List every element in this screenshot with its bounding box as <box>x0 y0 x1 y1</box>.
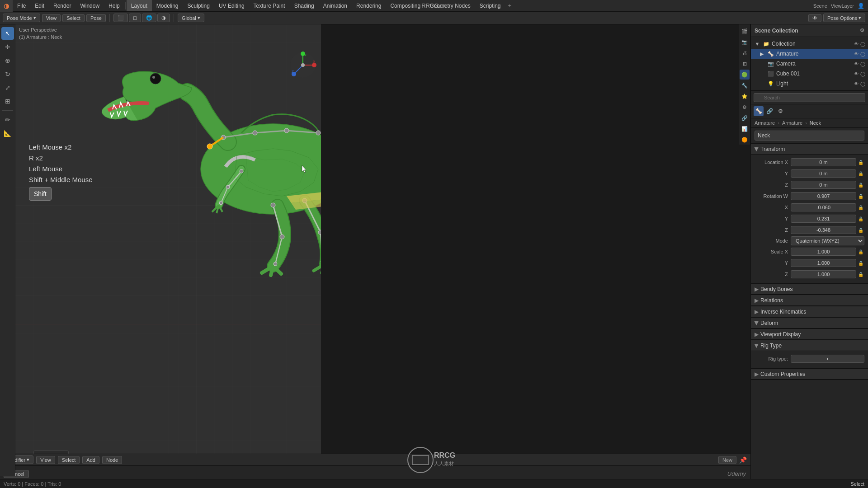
workspace-tab-sculpting[interactable]: Sculpting <box>183 0 214 11</box>
location-y-lock[interactable]: 🔒 <box>857 170 864 177</box>
workspace-tab-scripting[interactable]: Scripting <box>475 0 505 11</box>
viewport-display-header[interactable]: ▶ Viewport Display <box>751 329 868 340</box>
workspace-tab-uv[interactable]: UV Editing <box>214 0 249 11</box>
collection-eye[interactable]: 👁 <box>854 42 859 47</box>
prop-material-icon[interactable]: 🟠 <box>740 135 750 145</box>
deform-header[interactable]: ▶ Deform <box>751 318 868 328</box>
select-menu[interactable]: Select <box>62 14 85 22</box>
prop-particle-icon[interactable]: ⭐ <box>740 91 750 101</box>
rotation-y-value[interactable]: 0.231 <box>791 215 856 223</box>
outliner-light[interactable]: ▶ 💡 Light 👁 ◯ <box>751 79 868 89</box>
workspace-tab-modeling[interactable]: Modeling <box>152 0 183 11</box>
prop-object-icon[interactable]: 🟢 <box>740 70 750 80</box>
custom-props-header[interactable]: ▶ Custom Properties <box>751 369 868 380</box>
tool-scale[interactable]: ⤢ <box>1 81 14 94</box>
rig-type-value[interactable]: • <box>791 355 864 363</box>
view-menu[interactable]: View <box>42 14 61 22</box>
outliner-camera[interactable]: ▶ 📷 Camera 👁 ◯ <box>751 59 868 69</box>
timeline-view-btn[interactable]: View <box>36 456 55 464</box>
workspace-tab-rendering[interactable]: Rendering <box>352 0 386 11</box>
breadcrumb-armature-1[interactable]: Armature <box>755 120 775 126</box>
bendy-bones-header[interactable]: ▶ Bendy Bones <box>751 284 868 295</box>
workspace-tab-animation[interactable]: Animation <box>319 0 352 11</box>
tool-rotate[interactable]: ↻ <box>1 68 14 80</box>
location-y-value[interactable]: 0 m <box>791 169 856 178</box>
outliner-armature[interactable]: ▶ 🦴 Armature 👁 ◯ <box>751 49 868 59</box>
tool-move[interactable]: ⊕ <box>1 54 14 67</box>
menu-edit[interactable]: Edit <box>30 0 49 11</box>
workspace-tab-layout[interactable]: Layout <box>127 0 152 11</box>
collection-hide[interactable]: ◯ <box>860 42 865 47</box>
pose-options-btn[interactable]: Pose Options ▾ <box>823 14 865 22</box>
menu-help[interactable]: Help <box>104 0 124 11</box>
tool-annotate[interactable]: ✏ <box>1 113 14 126</box>
workspace-tab-texture[interactable]: Texture Paint <box>249 0 290 11</box>
tool-select[interactable]: ↖ <box>1 27 14 40</box>
breadcrumb-neck[interactable]: Neck <box>810 120 821 126</box>
global-selector[interactable]: Global ▾ <box>178 14 204 22</box>
pin-icon[interactable]: 📌 <box>739 456 747 464</box>
prop-output-icon[interactable]: 🖨 <box>740 48 750 58</box>
scale-z-lock[interactable]: 🔒 <box>857 271 864 278</box>
pose-menu[interactable]: Pose <box>86 14 106 22</box>
timeline-add-btn[interactable]: Add <box>82 456 99 464</box>
location-z-lock[interactable]: 🔒 <box>857 181 864 188</box>
filter-icon[interactable]: ⚙ <box>860 28 864 33</box>
tool-transform[interactable]: ⊞ <box>1 95 14 108</box>
scale-y-lock[interactable]: 🔒 <box>857 259 864 267</box>
prop-constraint-tab[interactable]: 🔗 <box>764 106 774 116</box>
breadcrumb-armature-2[interactable]: Armature <box>782 120 802 126</box>
timeline-node-btn[interactable]: Node <box>102 456 122 464</box>
scale-z-value[interactable]: 1.000 <box>791 270 856 278</box>
camera-eye[interactable]: 👁 <box>854 61 859 66</box>
relations-header[interactable]: ▶ Relations <box>751 295 868 306</box>
ik-header[interactable]: ▶ Inverse Kinematics <box>751 306 868 317</box>
prop-render-icon[interactable]: 📷 <box>740 37 750 47</box>
prop-data-icon[interactable]: 📊 <box>740 124 750 134</box>
prop-physics-icon[interactable]: ⚙ <box>740 102 750 112</box>
new-btn[interactable]: New <box>718 456 736 464</box>
viewport-shading-mat[interactable]: ◑ <box>157 14 170 22</box>
3d-viewport[interactable]: User Perspective (1) Armature : Neck <box>15 24 321 465</box>
rig-type-header[interactable]: ▶ Rig Type <box>751 340 868 351</box>
prop-scene-icon[interactable]: 🎬 <box>740 26 750 36</box>
prop-driver-tab[interactable]: ⚙ <box>775 106 785 116</box>
rotation-z-lock[interactable]: 🔒 <box>857 226 864 234</box>
workspace-tab-compositing[interactable]: Compositing <box>386 0 425 11</box>
light-hide[interactable]: ◯ <box>860 81 865 86</box>
bone-name-input[interactable]: Neck <box>755 131 864 141</box>
rotation-mode-select[interactable]: Quaternion (WXYZ) Euler XYZ Euler XZY Eu… <box>791 236 864 245</box>
rotation-w-lock[interactable]: 🔒 <box>857 192 864 200</box>
cube-eye[interactable]: 👁 <box>854 71 859 76</box>
cube-hide[interactable]: ◯ <box>860 71 865 76</box>
workspace-tab-shading[interactable]: Shading <box>290 0 319 11</box>
viewport-shading-rendered[interactable]: 🌐 <box>142 14 156 22</box>
prop-constraint-icon[interactable]: 🔗 <box>740 113 750 123</box>
rotation-w-value[interactable]: 0.907 <box>791 192 856 200</box>
menu-file[interactable]: File <box>13 0 30 11</box>
scale-x-value[interactable]: 1.000 <box>791 248 856 256</box>
viewport-shading-solid[interactable]: ⬛ <box>113 14 128 22</box>
armature-eye[interactable]: 👁 <box>854 52 859 56</box>
scale-y-value[interactable]: 1.000 <box>791 259 856 267</box>
viewport-shading-wire[interactable]: ◻ <box>129 14 141 22</box>
location-x-value[interactable]: 0 m <box>791 158 856 166</box>
timeline-select-btn[interactable]: Select <box>58 456 80 464</box>
prop-view-icon[interactable]: ⊞ <box>740 59 750 69</box>
search-input[interactable] <box>754 93 865 102</box>
rotation-y-lock[interactable]: 🔒 <box>857 215 864 222</box>
prop-bone-icon[interactable]: 🦴 <box>754 106 764 116</box>
outliner-collection[interactable]: ▼ 📁 Collection 👁 ◯ <box>751 39 868 49</box>
camera-hide[interactable]: ◯ <box>860 61 865 66</box>
menu-window[interactable]: Window <box>75 0 104 11</box>
location-z-value[interactable]: 0 m <box>791 181 856 189</box>
outliner-cube[interactable]: ▶ ⬛ Cube.001 👁 ◯ <box>751 69 868 79</box>
scale-x-lock[interactable]: 🔒 <box>857 248 864 255</box>
location-x-lock[interactable]: 🔒 <box>857 159 864 166</box>
rotation-z-value[interactable]: -0.348 <box>791 226 856 234</box>
prop-modifier-icon[interactable]: 🔧 <box>740 80 750 90</box>
light-eye[interactable]: 👁 <box>854 81 859 86</box>
armature-hide[interactable]: ◯ <box>860 52 865 56</box>
menu-render[interactable]: Render <box>49 0 75 11</box>
navigation-gizmo[interactable]: X Y Z <box>289 52 316 79</box>
